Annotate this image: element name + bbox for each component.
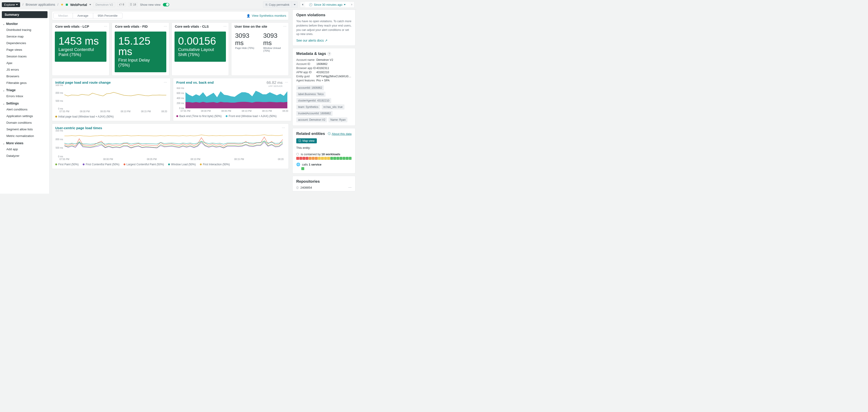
tag[interactable]: label.Business: Telco — [296, 92, 326, 97]
tag[interactable]: Name: Ryan — [329, 117, 347, 122]
tag[interactable]: clusterAgentId: 43192210 — [296, 98, 331, 103]
svg-text:500 ms: 500 ms — [56, 100, 63, 102]
violations-text: You have no open violations. To catch mo… — [296, 19, 351, 36]
sidebar-item[interactable]: Datalyzer — [2, 152, 48, 159]
sidebar-item[interactable]: Metric normalization — [2, 133, 48, 139]
time-picker[interactable]: 🕘 Since 30 minutes ago — [300, 1, 354, 8]
workload-hex[interactable] — [330, 157, 333, 160]
tag[interactable]: account: Demotron V2 — [296, 117, 327, 122]
svg-text:0 ms: 0 ms — [58, 155, 63, 158]
service-hex[interactable] — [301, 167, 304, 170]
card-menu[interactable]: ⋯ — [285, 81, 288, 84]
star-icon[interactable]: ★ — [61, 2, 63, 7]
time-prev[interactable] — [300, 2, 305, 7]
card-menu[interactable]: ⋯ — [164, 81, 167, 84]
contained-by-count[interactable]: 18 workloads — [321, 152, 340, 156]
svg-text:08:00 PM: 08:00 PM — [201, 110, 211, 112]
workload-hex[interactable] — [306, 157, 309, 160]
workload-hex[interactable] — [303, 157, 305, 160]
show-new-view-toggle[interactable] — [163, 3, 169, 6]
sidebar-item[interactable]: Session traces — [2, 53, 48, 60]
info-icon[interactable]: ? — [327, 52, 331, 56]
card-menu[interactable]: ⋯ — [164, 25, 167, 28]
tag[interactable]: trustedAccountId: 1606862 — [296, 111, 333, 116]
workload-hex[interactable] — [300, 157, 303, 160]
chart-title[interactable]: Front end vs. back end — [176, 81, 214, 84]
copy-permalink-button[interactable]: ⎘ Copy permalink — [263, 1, 292, 8]
chart-title[interactable]: Initial page load and route change — [55, 81, 111, 84]
tag[interactable]: team: Synthetics — [296, 105, 320, 110]
workload-hex[interactable] — [337, 157, 339, 160]
workload-hex[interactable] — [324, 157, 327, 160]
sidebar-summary[interactable]: Summary — [2, 11, 48, 18]
sidebar-item[interactable]: Segment allow lists — [2, 126, 48, 133]
chart-title[interactable]: User-centric page load times — [55, 126, 102, 130]
repo-menu[interactable]: ⋯ — [348, 186, 351, 189]
calls-count[interactable]: 1 service — [309, 163, 321, 166]
sidebar-item[interactable]: Filterable geos — [2, 80, 48, 86]
sidebar-section-monitor[interactable]: ⌃Monitor — [2, 20, 48, 27]
workload-hex[interactable] — [321, 157, 324, 160]
sidebar-item[interactable]: JS errors — [2, 66, 48, 73]
workload-hexes[interactable] — [296, 157, 351, 160]
sidebar-item[interactable]: Ajax — [2, 60, 48, 66]
workload-hex[interactable] — [343, 157, 346, 160]
kpi-unload-label: Window Unload (75%) — [263, 47, 285, 52]
repo-id[interactable]: 2408854 — [300, 186, 312, 189]
percentile-segmented-control[interactable]: Median Average 95th Percentile — [54, 13, 122, 19]
workload-hex[interactable] — [346, 157, 348, 160]
tag[interactable]: nr.has_slis: true — [321, 105, 344, 110]
about-data-link[interactable]: ⓘAbout this data — [328, 132, 351, 136]
workload-hex[interactable] — [318, 157, 321, 160]
seg-average[interactable]: Average — [73, 13, 93, 18]
time-next[interactable] — [349, 2, 354, 7]
sidebar-item[interactable]: Page views — [2, 47, 48, 53]
breadcrumb-browser-apps[interactable]: Browser applications — [26, 3, 55, 6]
copy-permalink-dropdown[interactable] — [292, 1, 298, 8]
card-menu[interactable]: ⋯ — [104, 25, 107, 28]
workload-hex[interactable] — [315, 157, 318, 160]
workload-hex[interactable] — [333, 157, 336, 160]
sidebar-item[interactable]: Domain conditions — [2, 119, 48, 126]
clock-icon: 🕘 — [309, 3, 312, 6]
workload-hex[interactable] — [296, 157, 299, 160]
kpi-value: 0.00156 — [178, 36, 222, 46]
sidebar-item[interactable]: Application settings — [2, 113, 48, 119]
sidebar-section-triage[interactable]: ⌃Triage — [2, 86, 48, 93]
fevbe-stat-value: 66.82 ms — [267, 81, 283, 85]
card-menu[interactable]: ⋯ — [223, 25, 227, 28]
sidebar-item[interactable]: Dependencies — [2, 40, 48, 47]
explorer-dropdown[interactable]: Explorer — [2, 2, 20, 7]
sidebar-section-settings[interactable]: ⌃Settings — [2, 99, 48, 106]
sidebar-item[interactable]: Add app — [2, 146, 48, 152]
card-menu[interactable]: ⋯ — [282, 126, 285, 130]
legend-fi: First Interaction (50%) — [203, 163, 230, 166]
app-name[interactable]: WebPortal — [70, 3, 87, 7]
sidebar-item[interactable]: Distributed tracing — [2, 27, 48, 33]
card-menu[interactable]: ⋯ — [283, 25, 287, 28]
workload-hex[interactable] — [349, 157, 352, 160]
workload-hex[interactable] — [339, 157, 342, 160]
sidebar-settings-list: Alert conditionsApplication settingsDoma… — [2, 106, 48, 139]
sidebar-item[interactable]: Alert conditions — [2, 106, 48, 113]
tags-badge[interactable]: 🏷8 — [117, 2, 126, 7]
view-synthetics-link[interactable]: 👤 View Synthetics monitors — [246, 14, 286, 18]
workload-hex[interactable] — [312, 157, 315, 160]
workload-hex[interactable] — [327, 157, 330, 160]
chevron-down-icon: ⌃ — [3, 22, 5, 25]
workload-hex[interactable] — [309, 157, 312, 160]
seg-median[interactable]: Median — [54, 13, 73, 18]
chevron-down-icon[interactable] — [89, 4, 91, 5]
alerts-docs-link[interactable]: See our alerts docs ↗ — [296, 39, 328, 42]
sidebar-item[interactable]: Browsers — [2, 73, 48, 80]
tag[interactable]: accountId: 1606862 — [296, 85, 324, 90]
sidebar-section-moreviews[interactable]: ⌃More views — [2, 139, 48, 146]
deploys-badge[interactable]: ☷18 — [128, 2, 138, 7]
chevron-down-icon: ⌃ — [3, 102, 5, 105]
sidebar-item[interactable]: Errors Inbox — [2, 93, 48, 99]
env-pill[interactable]: Demotron V2 — [93, 2, 115, 7]
seg-p95[interactable]: 95th Percentile — [93, 13, 122, 18]
svg-text:08:20 PM: 08:20 PM — [283, 110, 288, 112]
sidebar-item[interactable]: Service map — [2, 33, 48, 40]
map-view-button[interactable]: ⿻Map view — [296, 138, 317, 143]
